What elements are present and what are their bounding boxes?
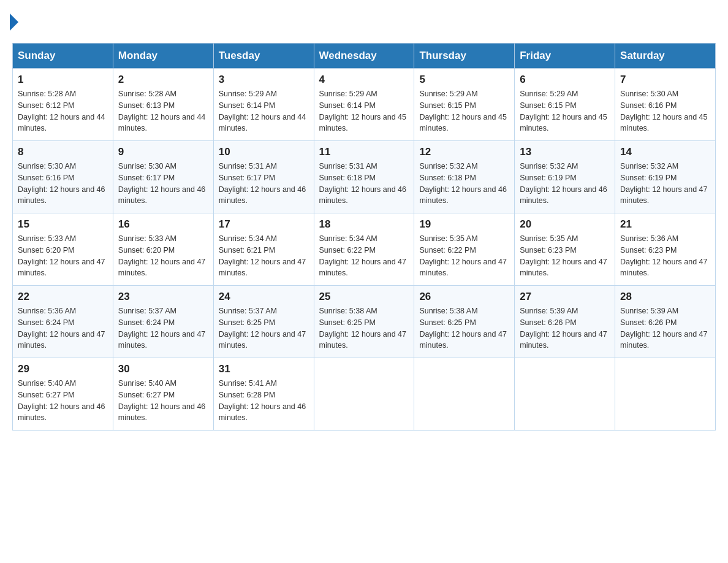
day-number: 13: [520, 146, 610, 158]
day-number: 31: [219, 363, 309, 375]
day-info: Sunrise: 5:29 AMSunset: 6:14 PMDaylight:…: [319, 90, 406, 132]
day-number: 14: [620, 146, 710, 158]
calendar-day-cell: 21 Sunrise: 5:36 AMSunset: 6:23 PMDaylig…: [615, 213, 716, 286]
calendar-day-cell: 11 Sunrise: 5:31 AMSunset: 6:18 PMDaylig…: [314, 141, 414, 213]
day-info: Sunrise: 5:30 AMSunset: 6:17 PMDaylight:…: [118, 162, 205, 205]
day-info: Sunrise: 5:32 AMSunset: 6:19 PMDaylight:…: [620, 162, 707, 205]
calendar-day-cell: 22 Sunrise: 5:36 AMSunset: 6:24 PMDaylig…: [13, 286, 113, 358]
day-number: 16: [118, 218, 208, 231]
calendar-day-cell: 29 Sunrise: 5:40 AMSunset: 6:27 PMDaylig…: [13, 358, 113, 431]
day-number: 6: [520, 74, 610, 86]
day-info: Sunrise: 5:32 AMSunset: 6:18 PMDaylight:…: [419, 162, 506, 205]
day-info: Sunrise: 5:40 AMSunset: 6:27 PMDaylight:…: [18, 379, 105, 422]
day-info: Sunrise: 5:31 AMSunset: 6:18 PMDaylight:…: [319, 162, 406, 205]
day-of-week-header: Tuesday: [213, 44, 314, 69]
day-number: 4: [319, 74, 409, 86]
day-number: 25: [319, 291, 409, 303]
calendar-week-row: 8 Sunrise: 5:30 AMSunset: 6:16 PMDayligh…: [13, 141, 716, 213]
calendar-day-cell: 1 Sunrise: 5:28 AMSunset: 6:12 PMDayligh…: [13, 69, 113, 141]
calendar-day-cell: 31 Sunrise: 5:41 AMSunset: 6:28 PMDaylig…: [213, 358, 314, 431]
day-number: 3: [219, 74, 309, 86]
day-info: Sunrise: 5:32 AMSunset: 6:19 PMDaylight:…: [520, 162, 607, 205]
day-of-week-header: Sunday: [13, 44, 113, 69]
calendar-day-cell: 6 Sunrise: 5:29 AMSunset: 6:15 PMDayligh…: [515, 69, 615, 141]
day-info: Sunrise: 5:37 AMSunset: 6:25 PMDaylight:…: [219, 307, 306, 350]
logo-triangle-icon: [10, 13, 18, 31]
day-info: Sunrise: 5:36 AMSunset: 6:23 PMDaylight:…: [620, 234, 707, 277]
day-number: 22: [18, 291, 108, 303]
day-info: Sunrise: 5:35 AMSunset: 6:22 PMDaylight:…: [419, 234, 506, 277]
day-number: 17: [219, 218, 309, 231]
day-info: Sunrise: 5:38 AMSunset: 6:25 PMDaylight:…: [419, 307, 506, 350]
calendar-day-cell: 30 Sunrise: 5:40 AMSunset: 6:27 PMDaylig…: [113, 358, 213, 431]
calendar-day-cell: 19 Sunrise: 5:35 AMSunset: 6:22 PMDaylig…: [414, 213, 515, 286]
day-number: 2: [118, 74, 208, 86]
day-number: 8: [18, 146, 108, 158]
day-number: 27: [520, 291, 610, 303]
day-number: 24: [219, 291, 309, 303]
day-info: Sunrise: 5:39 AMSunset: 6:26 PMDaylight:…: [520, 307, 607, 350]
day-info: Sunrise: 5:33 AMSunset: 6:20 PMDaylight:…: [18, 234, 105, 277]
calendar-day-cell: [414, 358, 515, 431]
calendar-day-cell: 13 Sunrise: 5:32 AMSunset: 6:19 PMDaylig…: [515, 141, 615, 213]
calendar-day-cell: 24 Sunrise: 5:37 AMSunset: 6:25 PMDaylig…: [213, 286, 314, 358]
day-info: Sunrise: 5:40 AMSunset: 6:27 PMDaylight:…: [118, 379, 205, 422]
day-info: Sunrise: 5:29 AMSunset: 6:15 PMDaylight:…: [520, 90, 607, 132]
day-info: Sunrise: 5:38 AMSunset: 6:25 PMDaylight:…: [319, 307, 406, 350]
calendar-day-cell: 23 Sunrise: 5:37 AMSunset: 6:24 PMDaylig…: [113, 286, 213, 358]
day-number: 10: [219, 146, 309, 158]
calendar-day-cell: 8 Sunrise: 5:30 AMSunset: 6:16 PMDayligh…: [13, 141, 113, 213]
day-info: Sunrise: 5:31 AMSunset: 6:17 PMDaylight:…: [219, 162, 306, 205]
day-info: Sunrise: 5:29 AMSunset: 6:15 PMDaylight:…: [419, 90, 506, 132]
day-info: Sunrise: 5:36 AMSunset: 6:24 PMDaylight:…: [18, 307, 105, 350]
calendar-day-cell: 28 Sunrise: 5:39 AMSunset: 6:26 PMDaylig…: [615, 286, 716, 358]
day-number: 26: [419, 291, 509, 303]
day-of-week-header: Monday: [113, 44, 213, 69]
calendar-day-cell: 16 Sunrise: 5:33 AMSunset: 6:20 PMDaylig…: [113, 213, 213, 286]
calendar-day-cell: 15 Sunrise: 5:33 AMSunset: 6:20 PMDaylig…: [13, 213, 113, 286]
day-number: 30: [118, 363, 208, 375]
calendar-day-cell: [314, 358, 414, 431]
calendar-day-cell: 4 Sunrise: 5:29 AMSunset: 6:14 PMDayligh…: [314, 69, 414, 141]
day-number: 1: [18, 74, 108, 86]
day-info: Sunrise: 5:41 AMSunset: 6:28 PMDaylight:…: [219, 379, 306, 422]
day-info: Sunrise: 5:39 AMSunset: 6:26 PMDaylight:…: [620, 307, 707, 350]
calendar-day-cell: 7 Sunrise: 5:30 AMSunset: 6:16 PMDayligh…: [615, 69, 716, 141]
day-of-week-header: Friday: [515, 44, 615, 69]
calendar-week-row: 29 Sunrise: 5:40 AMSunset: 6:27 PMDaylig…: [13, 358, 716, 431]
calendar-week-row: 22 Sunrise: 5:36 AMSunset: 6:24 PMDaylig…: [13, 286, 716, 358]
day-info: Sunrise: 5:34 AMSunset: 6:22 PMDaylight:…: [319, 234, 406, 277]
day-number: 19: [419, 218, 509, 231]
day-info: Sunrise: 5:34 AMSunset: 6:21 PMDaylight:…: [219, 234, 306, 277]
day-number: 9: [118, 146, 208, 158]
day-info: Sunrise: 5:30 AMSunset: 6:16 PMDaylight:…: [18, 162, 105, 205]
calendar-day-cell: 27 Sunrise: 5:39 AMSunset: 6:26 PMDaylig…: [515, 286, 615, 358]
calendar-header-row: SundayMondayTuesdayWednesdayThursdayFrid…: [13, 44, 716, 69]
calendar-week-row: 15 Sunrise: 5:33 AMSunset: 6:20 PMDaylig…: [13, 213, 716, 286]
day-number: 23: [118, 291, 208, 303]
day-info: Sunrise: 5:35 AMSunset: 6:23 PMDaylight:…: [520, 234, 607, 277]
day-of-week-header: Saturday: [615, 44, 716, 69]
calendar-body: 1 Sunrise: 5:28 AMSunset: 6:12 PMDayligh…: [13, 69, 716, 431]
calendar-day-cell: [615, 358, 716, 431]
calendar-day-cell: 3 Sunrise: 5:29 AMSunset: 6:14 PMDayligh…: [213, 69, 314, 141]
day-info: Sunrise: 5:29 AMSunset: 6:14 PMDaylight:…: [219, 90, 306, 132]
logo: [12, 12, 18, 31]
day-number: 21: [620, 218, 710, 231]
calendar-day-cell: 10 Sunrise: 5:31 AMSunset: 6:17 PMDaylig…: [213, 141, 314, 213]
day-number: 29: [18, 363, 108, 375]
day-info: Sunrise: 5:28 AMSunset: 6:13 PMDaylight:…: [118, 90, 205, 132]
calendar-day-cell: 18 Sunrise: 5:34 AMSunset: 6:22 PMDaylig…: [314, 213, 414, 286]
calendar-day-cell: 12 Sunrise: 5:32 AMSunset: 6:18 PMDaylig…: [414, 141, 515, 213]
day-number: 5: [419, 74, 509, 86]
day-info: Sunrise: 5:33 AMSunset: 6:20 PMDaylight:…: [118, 234, 205, 277]
calendar-table: SundayMondayTuesdayWednesdayThursdayFrid…: [12, 43, 716, 431]
day-number: 18: [319, 218, 409, 231]
day-number: 7: [620, 74, 710, 86]
day-number: 20: [520, 218, 610, 231]
calendar-week-row: 1 Sunrise: 5:28 AMSunset: 6:12 PMDayligh…: [13, 69, 716, 141]
day-info: Sunrise: 5:30 AMSunset: 6:16 PMDaylight:…: [620, 90, 707, 132]
day-number: 28: [620, 291, 710, 303]
calendar-day-cell: 9 Sunrise: 5:30 AMSunset: 6:17 PMDayligh…: [113, 141, 213, 213]
calendar-day-cell: 5 Sunrise: 5:29 AMSunset: 6:15 PMDayligh…: [414, 69, 515, 141]
